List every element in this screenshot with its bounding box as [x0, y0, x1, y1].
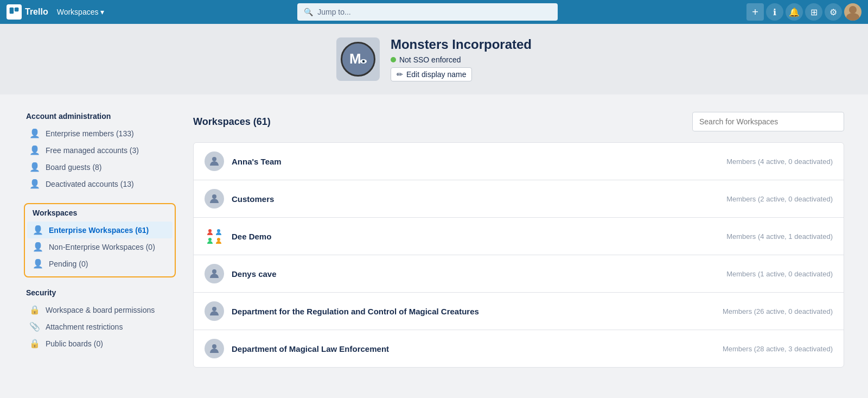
workspaces-section-title: Workspaces	[27, 209, 173, 217]
workspace-left: Department for the Regulation and Contro…	[205, 301, 479, 321]
global-search[interactable]: 🔍 Jump to...	[297, 3, 558, 21]
workspace-left: Anna's Team	[205, 151, 282, 171]
table-row: Anna's Team Members (4 active, 0 deactiv…	[194, 143, 844, 180]
account-section-title: Account administration	[24, 112, 176, 121]
workspace-left: Denys cave	[205, 264, 277, 283]
svg-point-7	[363, 61, 364, 62]
person-icon: 👤	[33, 242, 43, 252]
svg-rect-0	[10, 8, 14, 14]
user-avatar[interactable]	[844, 3, 861, 21]
svg-point-11	[217, 229, 220, 232]
info-button[interactable]: ℹ	[766, 3, 783, 21]
org-info: Monsters Incorporated Not SSO enforced ✏…	[391, 37, 532, 81]
workspace-members: Members (28 active, 3 deactivated)	[723, 345, 833, 353]
lock-icon: 🔒	[29, 338, 40, 349]
security-section: Security 🔒 Workspace & board permissions…	[24, 288, 176, 352]
workspace-name: Customers	[232, 194, 274, 204]
content-title: Workspaces (61)	[193, 116, 271, 128]
person-icon: 👤	[33, 225, 43, 235]
workspace-members: Members (2 active, 0 deactivated)	[726, 195, 833, 203]
workspace-search-input[interactable]	[699, 117, 837, 126]
workspace-name: Denys cave	[232, 269, 277, 279]
create-button[interactable]: +	[746, 3, 764, 21]
top-navigation: Trello Workspaces ▾ 🔍 Jump to... + ℹ 🔔 ⊞…	[0, 0, 868, 24]
svg-point-14	[212, 269, 216, 274]
sidebar-item-enterprise-workspaces[interactable]: 👤 Enterprise Workspaces (61)	[27, 222, 173, 238]
svg-point-13	[217, 238, 220, 241]
workspace-search[interactable]	[692, 112, 844, 131]
chevron-down-icon: ▾	[100, 8, 104, 16]
account-section: Account administration 👤 Enterprise memb…	[24, 112, 176, 192]
workspace-left: Dee Demo	[205, 226, 271, 246]
org-logo-inner: M	[341, 42, 375, 77]
sidebar: Account administration 👤 Enterprise memb…	[24, 112, 176, 368]
person-icon: 👤	[29, 179, 40, 189]
trello-logo: Trello	[7, 4, 48, 20]
sidebar-item-board-guests[interactable]: 👤 Board guests (8)	[24, 159, 176, 175]
avatar	[205, 189, 224, 209]
avatar	[205, 339, 224, 358]
sidebar-item-deactivated[interactable]: 👤 Deactivated accounts (13)	[24, 175, 176, 192]
sso-status: Not SSO enforced	[391, 55, 532, 64]
workspace-members: Members (4 active, 0 deactivated)	[726, 157, 833, 166]
main-content: Workspaces (61) Anna's Team Members (4 a…	[193, 112, 844, 368]
svg-point-9	[212, 194, 216, 199]
workspaces-menu[interactable]: Workspaces ▾	[53, 5, 109, 18]
workspace-members: Members (4 active, 1 deactivated)	[726, 232, 833, 241]
main-layout: Account administration 👤 Enterprise memb…	[11, 94, 857, 385]
edit-icon: ✏	[397, 70, 403, 79]
sidebar-item-non-enterprise-workspaces[interactable]: 👤 Non-Enterprise Workspaces (0)	[27, 238, 173, 255]
search-icon: 🔍	[304, 8, 313, 16]
workspace-name: Dee Demo	[232, 232, 271, 241]
org-hero: M Monsters Incorporated Not SSO enforced…	[0, 24, 868, 94]
svg-point-2	[849, 6, 857, 14]
svg-point-8	[212, 157, 216, 161]
notifications-button[interactable]: 🔔	[786, 3, 803, 21]
svg-rect-1	[15, 8, 19, 12]
avatar	[205, 226, 224, 246]
svg-text:M: M	[349, 50, 361, 67]
workspace-list: Anna's Team Members (4 active, 0 deactiv…	[193, 142, 844, 368]
workspace-members: Members (26 active, 0 deactivated)	[723, 307, 833, 315]
table-row: Department of Magical Law Enforcement Me…	[194, 330, 844, 367]
avatar	[205, 151, 224, 171]
lock-icon: 🔒	[29, 305, 40, 315]
workspace-name: Department of Magical Law Enforcement	[232, 344, 389, 353]
settings-button[interactable]: ⚙	[825, 3, 842, 21]
info-icon: ℹ	[773, 7, 776, 17]
svg-point-15	[212, 307, 216, 311]
settings-icon: ⚙	[829, 7, 837, 17]
apps-button[interactable]: ⊞	[805, 3, 822, 21]
paperclip-icon: 📎	[29, 321, 40, 332]
person-icon: 👤	[33, 258, 43, 269]
security-section-title: Security	[24, 288, 176, 297]
sso-status-dot	[391, 57, 396, 62]
org-name: Monsters Incorporated	[391, 37, 532, 52]
person-icon: 👤	[29, 128, 40, 138]
avatar	[205, 264, 224, 283]
svg-point-3	[846, 13, 859, 21]
table-row: Customers Members (2 active, 0 deactivat…	[194, 180, 844, 218]
sidebar-item-workspace-board-permissions[interactable]: 🔒 Workspace & board permissions	[24, 301, 176, 318]
edit-display-name-button[interactable]: ✏ Edit display name	[391, 67, 473, 81]
workspace-left: Customers	[205, 189, 274, 209]
sidebar-item-public-boards[interactable]: 🔒 Public boards (0)	[24, 335, 176, 352]
bell-icon: 🔔	[789, 7, 800, 17]
workspaces-section: Workspaces 👤 Enterprise Workspaces (61) …	[24, 203, 176, 277]
workspace-left: Department of Magical Law Enforcement	[205, 339, 389, 358]
table-row: Denys cave Members (1 active, 0 deactiva…	[194, 255, 844, 293]
table-row: Dee Demo Members (4 active, 1 deactivate…	[194, 218, 844, 255]
apps-icon: ⊞	[810, 7, 818, 17]
sidebar-item-pending[interactable]: 👤 Pending (0)	[27, 255, 173, 272]
org-logo: M	[336, 37, 380, 81]
table-row: Department for the Regulation and Contro…	[194, 293, 844, 330]
sidebar-item-attachment-restrictions[interactable]: 📎 Attachment restrictions	[24, 318, 176, 335]
workspace-name: Anna's Team	[232, 157, 282, 166]
content-header: Workspaces (61)	[193, 112, 844, 131]
sidebar-item-enterprise-members[interactable]: 👤 Enterprise members (133)	[24, 125, 176, 142]
svg-point-12	[208, 238, 212, 241]
sidebar-item-free-managed[interactable]: 👤 Free managed accounts (3)	[24, 142, 176, 159]
svg-point-10	[208, 229, 212, 232]
person-icon: 👤	[29, 162, 40, 172]
svg-point-16	[212, 344, 216, 349]
